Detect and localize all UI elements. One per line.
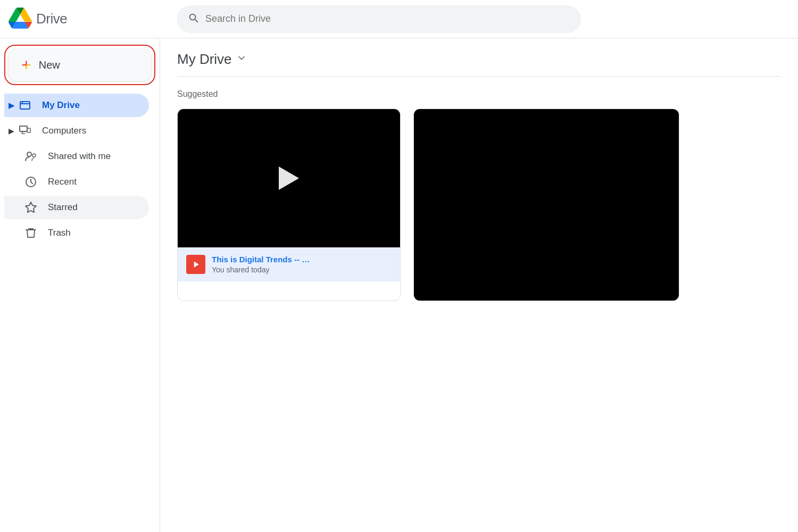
computers-label: Computers	[42, 126, 86, 136]
main-header: My Drive	[160, 38, 798, 77]
logo-area: Drive	[9, 6, 168, 32]
trash-icon	[24, 227, 39, 239]
svg-point-5	[32, 154, 36, 157]
new-button[interactable]: + New	[9, 49, 151, 81]
card-thumbnail-1	[178, 109, 400, 247]
sidebar-item-computers[interactable]: ▶ Computers	[4, 119, 149, 143]
app-title: Drive	[36, 11, 67, 27]
body-area: + New ▶ My Drive ▶	[0, 38, 798, 532]
svg-rect-0	[20, 102, 30, 109]
card-text-1: This is Digital Trends -- … You shared t…	[212, 255, 392, 274]
card-thumbnail-2	[414, 109, 679, 301]
clock-icon	[24, 176, 39, 188]
suggested-label: Suggested	[177, 89, 781, 99]
plus-icon: +	[21, 56, 31, 73]
drive-title-row: My Drive	[177, 51, 781, 77]
new-button-label: New	[39, 59, 60, 71]
expand-arrow-computers-icon: ▶	[9, 127, 14, 135]
shared-icon	[24, 150, 39, 163]
search-bar[interactable]	[177, 5, 581, 33]
card-info-1: This is Digital Trends -- … You shared t…	[178, 247, 400, 281]
svg-point-1	[22, 102, 23, 103]
suggested-section: Suggested This is Digital T	[160, 77, 798, 314]
file-card-1[interactable]: This is Digital Trends -- … You shared t…	[177, 109, 401, 301]
google-drive-logo	[9, 6, 32, 32]
starred-label: Starred	[48, 202, 78, 213]
shared-label: Shared with me	[48, 151, 111, 162]
drive-icon	[19, 99, 34, 112]
search-icon	[187, 12, 199, 27]
file-type-icon-1	[186, 255, 205, 274]
svg-rect-2	[20, 126, 27, 131]
app-header: Drive	[0, 0, 798, 38]
cards-row: This is Digital Trends -- … You shared t…	[177, 109, 781, 301]
sidebar-item-shared[interactable]: Shared with me	[4, 145, 149, 168]
recent-label: Recent	[48, 177, 77, 187]
new-button-container: + New	[4, 45, 155, 85]
star-icon	[24, 201, 39, 214]
card-title-1: This is Digital Trends -- …	[212, 255, 392, 264]
expand-arrow-icon: ▶	[9, 101, 14, 110]
sidebar-item-trash[interactable]: Trash	[4, 221, 149, 245]
svg-point-4	[27, 152, 31, 156]
sidebar-item-recent[interactable]: Recent	[4, 170, 149, 194]
card-subtitle-1: You shared today	[212, 265, 392, 274]
sidebar: + New ▶ My Drive ▶	[0, 38, 160, 532]
my-drive-label: My Drive	[42, 100, 80, 111]
play-button-icon	[279, 167, 299, 190]
sidebar-item-my-drive[interactable]: ▶ My Drive	[4, 94, 149, 117]
dropdown-icon[interactable]	[236, 53, 247, 66]
file-card-2[interactable]	[413, 109, 679, 301]
trash-label: Trash	[48, 228, 71, 238]
main-content: My Drive Suggested	[160, 38, 798, 532]
sidebar-item-starred[interactable]: Starred	[4, 196, 149, 219]
page-title: My Drive	[177, 51, 232, 68]
computer-icon	[19, 124, 34, 137]
search-input[interactable]	[205, 13, 570, 24]
